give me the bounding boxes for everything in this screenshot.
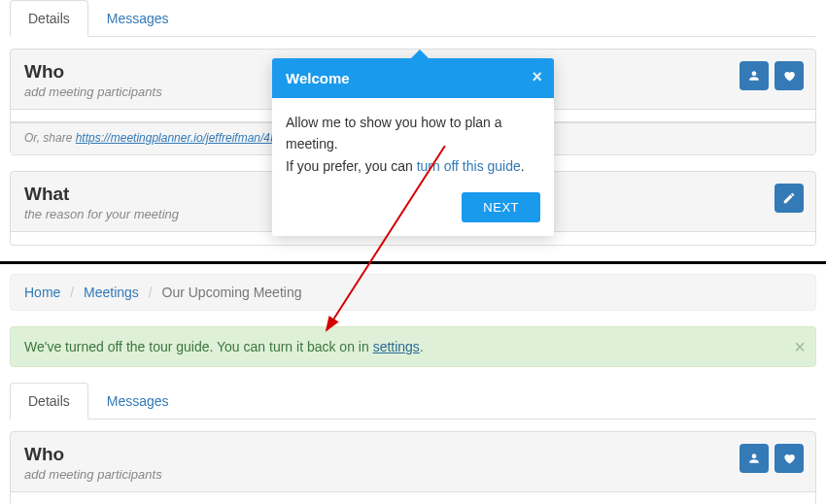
popover-line2-suffix: . — [521, 158, 525, 174]
breadcrumb-current: Our Upcoming Meeting — [162, 285, 302, 300]
tab-details-bottom[interactable]: Details — [10, 383, 88, 420]
panel-who-bottom: Who add meeting participants — [10, 431, 816, 504]
edit-button[interactable] — [774, 184, 804, 213]
success-alert: We've turned off the tour guide. You can… — [10, 326, 816, 367]
popover-line1: Allow me to show you how to plan a meeti… — [286, 112, 540, 155]
share-link[interactable]: https://meetingplanner.io/jeffreifman/4I… — [76, 131, 286, 145]
breadcrumb-home[interactable]: Home — [24, 285, 60, 300]
add-user-button-bottom[interactable] — [740, 444, 769, 473]
popover-line2-prefix: If you prefer, you can — [286, 158, 417, 174]
breadcrumb: Home / Meetings / Our Upcoming Meeting — [10, 274, 816, 311]
heart-icon — [782, 452, 796, 465]
tab-details[interactable]: Details — [10, 0, 88, 37]
alert-text-suffix: . — [420, 339, 424, 354]
add-user-button[interactable] — [740, 61, 769, 90]
settings-link[interactable]: settings — [373, 339, 420, 354]
pencil-icon — [782, 191, 796, 205]
user-icon — [747, 452, 761, 465]
alert-close-icon[interactable]: × — [794, 337, 806, 356]
who-subtitle-bottom: add meeting participants — [24, 467, 802, 482]
who-title-bottom: Who — [24, 444, 802, 465]
favorite-button-bottom[interactable] — [774, 444, 804, 473]
breadcrumb-meetings[interactable]: Meetings — [84, 285, 139, 300]
favorite-button[interactable] — [774, 61, 804, 90]
turn-off-guide-link[interactable]: turn off this guide — [417, 158, 521, 174]
heart-icon — [782, 69, 796, 83]
tab-messages[interactable]: Messages — [88, 0, 188, 37]
user-icon — [747, 69, 761, 83]
tabs-bottom: Details Messages — [10, 383, 816, 420]
tabs-top: Details Messages — [10, 0, 816, 37]
section-divider — [0, 261, 826, 264]
popover-title: Welcome — [286, 70, 350, 86]
tab-messages-bottom[interactable]: Messages — [88, 383, 188, 420]
share-prefix: Or, share — [24, 131, 76, 145]
next-button[interactable]: NEXT — [462, 192, 540, 222]
alert-text-prefix: We've turned off the tour guide. You can… — [24, 339, 373, 354]
guide-popover: Welcome × Allow me to show you how to pl… — [272, 58, 554, 236]
close-icon[interactable]: × — [532, 68, 542, 85]
